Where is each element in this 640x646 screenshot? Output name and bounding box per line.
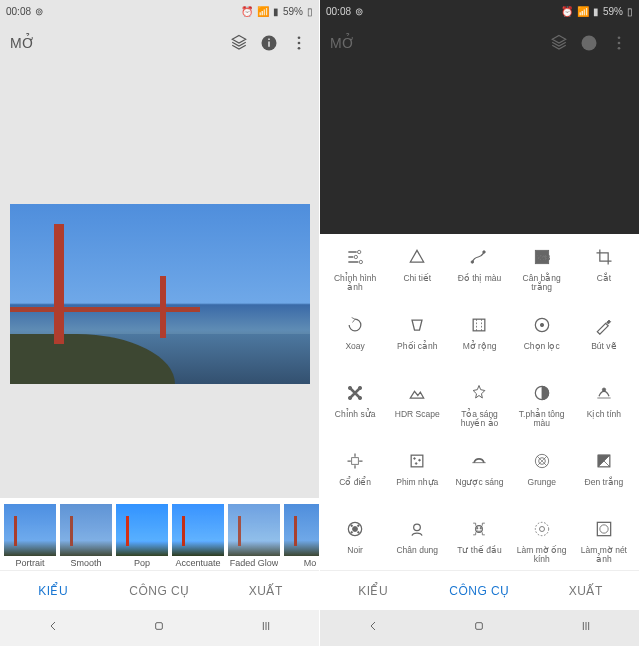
tool-details[interactable]: Chi tiết (386, 244, 448, 312)
filter-more[interactable]: Mo (284, 504, 319, 568)
filter-pop[interactable]: Pop (116, 504, 168, 568)
svg-point-31 (416, 463, 418, 465)
tool-drama[interactable]: Kịch tính (573, 380, 635, 448)
vintage-icon (342, 448, 368, 474)
svg-point-39 (351, 532, 353, 534)
tool-portrait[interactable]: Chân dung (386, 516, 448, 570)
tool-rotate[interactable]: Xoay (324, 312, 386, 380)
nav-home-icon[interactable] (471, 618, 487, 638)
svg-point-10 (618, 47, 621, 50)
tab-export[interactable]: XUẤT (533, 571, 639, 610)
more-icon[interactable] (289, 33, 309, 53)
canvas-spacer (0, 484, 319, 498)
svg-point-12 (354, 255, 357, 258)
tab-export[interactable]: XUẤT (213, 571, 319, 610)
tab-tools[interactable]: CÔNG CỤ (106, 571, 212, 610)
network-icon: 📶 (257, 6, 269, 17)
more-icon (609, 33, 629, 53)
svg-point-20 (540, 323, 543, 326)
image-canvas[interactable] (0, 64, 319, 484)
battery-pct: 59% (283, 6, 303, 17)
filter-faded-glow[interactable]: Faded Glow (228, 504, 280, 568)
noir-icon (342, 516, 368, 542)
svg-point-30 (419, 459, 421, 461)
tool-perspective[interactable]: Phối cảnh (386, 312, 448, 380)
edited-photo (10, 204, 310, 384)
nav-recent-icon[interactable] (258, 618, 274, 638)
alarm-icon: ⏰ (561, 6, 573, 17)
tool-crop[interactable]: Cắt (573, 244, 635, 312)
tool-label: Chỉnh sửa (335, 410, 376, 419)
nav-recent-icon[interactable] (578, 618, 594, 638)
tool-selective[interactable]: Chọn lọc (511, 312, 573, 380)
curves-icon (466, 244, 492, 270)
svg-point-41 (414, 524, 421, 531)
tool-curves[interactable]: Đồ thị màu (448, 244, 510, 312)
tool-grunge[interactable]: Grunge (511, 448, 573, 516)
tool-lensblur[interactable]: Làm mờ ống kính (511, 516, 573, 570)
details-icon (404, 244, 430, 270)
tool-brush[interactable]: Bút vẽ (573, 312, 635, 380)
tab-tools[interactable]: CÔNG CỤ (426, 571, 532, 610)
nav-back-icon[interactable] (365, 618, 381, 638)
drama-icon (591, 380, 617, 406)
network-icon: 📶 (577, 6, 589, 17)
tool-retrolux[interactable]: Ngược sáng (448, 448, 510, 516)
tool-label: Tư thế đầu (457, 546, 501, 555)
brush-icon (591, 312, 617, 338)
status-misc-icon: ⊚ (35, 6, 43, 17)
crop-icon (591, 244, 617, 270)
tool-hdr[interactable]: HDR Scape (386, 380, 448, 448)
rotate-icon (342, 312, 368, 338)
tool-noir[interactable]: Noir (324, 516, 386, 570)
tool-expand[interactable]: Mở rộng (448, 312, 510, 380)
filter-label: Accentuate (175, 558, 220, 568)
tool-label: Mở rộng (463, 342, 497, 351)
layers-icon (549, 33, 569, 53)
filter-label: Smooth (70, 558, 101, 568)
svg-point-26 (602, 388, 605, 391)
tool-label: Chi tiết (403, 274, 431, 283)
tool-tune[interactable]: Chỉnh hình ảnh (324, 244, 386, 312)
tab-styles[interactable]: KIỂU (0, 571, 106, 610)
tool-label: Noir (347, 546, 363, 555)
svg-point-46 (539, 527, 544, 532)
tool-label: Chỉnh hình ảnh (326, 274, 384, 293)
nav-home-icon[interactable] (151, 618, 167, 638)
tool-grainy[interactable]: Phim nhựa (386, 448, 448, 516)
signal-icon: ▮ (273, 6, 279, 17)
tool-headpose[interactable]: Tư thế đầu (448, 516, 510, 570)
svg-rect-1 (268, 42, 270, 47)
retrolux-icon (466, 448, 492, 474)
filter-strip[interactable]: Portrait Smooth Pop Accentuate Faded Glo… (0, 498, 319, 570)
filter-accentuate[interactable]: Accentuate (172, 504, 224, 568)
dimmed-canvas[interactable] (320, 64, 639, 234)
hdr-icon (404, 380, 430, 406)
filter-label: Mo (304, 558, 317, 568)
filter-smooth[interactable]: Smooth (60, 504, 112, 568)
tool-whitebalance[interactable]: WBCân bằng trắng (511, 244, 573, 312)
svg-point-11 (358, 250, 361, 253)
tab-styles[interactable]: KIỂU (320, 571, 426, 610)
info-icon[interactable] (259, 33, 279, 53)
layers-icon[interactable] (229, 33, 249, 53)
status-time: 00:08 (326, 6, 351, 17)
selective-icon (529, 312, 555, 338)
android-navbar (0, 610, 319, 646)
svg-point-14 (472, 261, 475, 264)
svg-point-9 (618, 42, 621, 45)
tool-healing[interactable]: Chỉnh sửa (324, 380, 386, 448)
open-button[interactable]: MỞ (10, 35, 219, 51)
tonal-icon (529, 380, 555, 406)
tool-vignette[interactable]: Làm mờ nét ảnh (573, 516, 635, 570)
nav-back-icon[interactable] (45, 618, 61, 638)
battery-icon: ▯ (627, 6, 633, 17)
tool-tonal[interactable]: T.phản tông màu (511, 380, 573, 448)
lensblur-icon (529, 516, 555, 542)
tool-vintage[interactable]: Cổ điển (324, 448, 386, 516)
svg-point-37 (351, 525, 353, 527)
whitebalance-icon: WB (529, 244, 555, 270)
filter-portrait[interactable]: Portrait (4, 504, 56, 568)
tool-glamour[interactable]: Tỏa sáng huyền ảo (448, 380, 510, 448)
tool-bw[interactable]: Đen trắng (573, 448, 635, 516)
